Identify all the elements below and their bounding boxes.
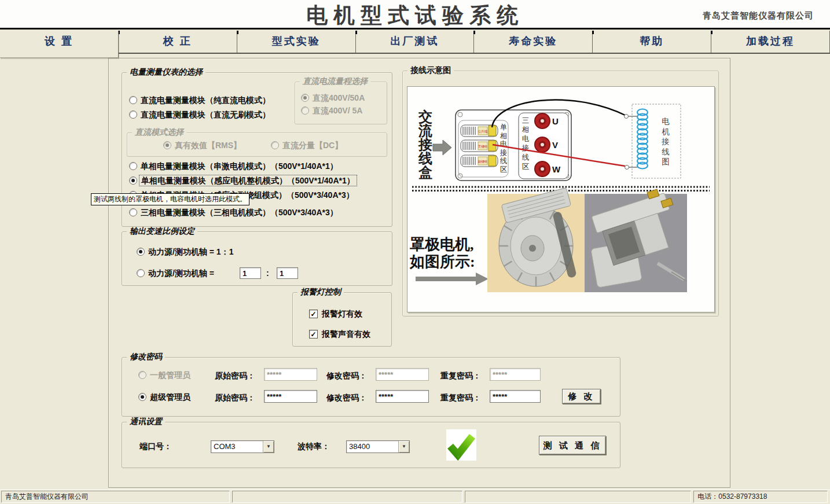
group-title: 接线示意图 <box>407 66 454 75</box>
terminal-w-label: W <box>552 164 561 174</box>
checkbox-alarm-sound[interactable]: ✓ 报警声音有效 <box>309 329 370 339</box>
output-ratio-group: 输出变速比例设定 动力源/测功机轴 = 1：1 动力源/测功机轴 = : <box>122 231 392 286</box>
radio-circle-icon <box>137 269 145 277</box>
ratio-colon: : <box>266 268 269 278</box>
dropdown-arrow-icon[interactable]: ▼ <box>263 441 274 453</box>
motor-coil <box>637 109 648 169</box>
group-title: 输出变速比例设定 <box>127 227 197 236</box>
radio-circle-icon <box>138 393 146 401</box>
radio-true-rms: 真有效值【RMS】 <box>163 140 241 150</box>
radio-circle-icon <box>129 111 137 119</box>
tab-calibration[interactable]: 校 正 <box>119 31 237 53</box>
port-select[interactable]: COM3 ▼ <box>211 440 274 453</box>
radio-label: 直流电量测量模块（纯直流电模式） <box>141 95 270 105</box>
baud-select[interactable]: 38400 ▼ <box>346 440 410 453</box>
radio-label: 超级管理员 <box>150 392 190 402</box>
radio-general-admin: 一般管理员 <box>138 370 190 380</box>
wiring-diagram-image: 交流接线盒 公共端 <box>407 86 715 312</box>
super-new-password-field[interactable] <box>376 390 429 403</box>
group-title: 电量测量仪表的选择 <box>127 68 205 77</box>
radio-circle-icon <box>163 141 171 149</box>
group-title: 报警灯控制 <box>298 288 344 297</box>
old-password-label: 原始密码： <box>215 393 255 403</box>
radio-dc-brushless-mode[interactable]: 直流电量测量模块（直流无刷模式） <box>129 109 270 120</box>
terminal-row-main-winding: 主绕组 <box>461 140 498 152</box>
comm-settings-group: 通讯设置 端口号： COM3 ▼ 波特率： 38400 ▼ <box>122 422 620 468</box>
radio-ratio-custom[interactable]: 动力源/测功机轴 = <box>137 268 214 278</box>
super-old-password-field[interactable] <box>264 390 317 403</box>
motor-box-label: 电机接线图 <box>661 117 670 166</box>
radio-label: 直流400V/50A <box>313 93 365 103</box>
wire-connector <box>625 115 629 119</box>
tab-label: 校 正 <box>163 35 192 47</box>
tab-label: 型式实验 <box>272 35 321 47</box>
checkbox-label: 报警灯有效 <box>322 308 362 319</box>
radio-three-phase-motor[interactable]: 三相电量测量模块（三相电机模式）（500V*3/40A*3） <box>129 207 338 218</box>
radio-single-phase-series-motor[interactable]: 单相电量测量模块（串激电机模式）（500V*1/40A*1） <box>129 161 338 171</box>
group-title: 直流电流量程选择 <box>300 77 370 86</box>
dc-mode-group: 直流模式选择 真有效值【RMS】 直流分量【DC】 <box>127 133 387 157</box>
header-divider <box>0 28 830 30</box>
checkbox-icon: ✓ <box>309 330 318 339</box>
tab-settings[interactable]: 设 置 <box>0 31 119 58</box>
radio-super-admin[interactable]: 超级管理员 <box>138 392 190 402</box>
tab-load-process[interactable]: 加载过程 <box>711 31 830 53</box>
photo-shaded-pole-motor-frame <box>585 186 687 292</box>
company-name: 青岛艾普智能仪器有限公司 <box>703 10 814 21</box>
baud-label: 波特率： <box>298 442 330 452</box>
tab-label: 加载过程 <box>746 35 795 47</box>
radio-label: 三相电量测量模块（三相电机模式）（500V*3/40A*3） <box>141 207 338 218</box>
tab-type-test[interactable]: 型式实验 <box>237 31 356 53</box>
comm-ok-check-icon <box>446 429 476 461</box>
new-password-label: 修改密码： <box>326 371 367 381</box>
alarm-control-group: 报警灯控制 ✓ 报警灯有效 ✓ 报警声音有效 <box>292 292 392 347</box>
test-comm-button[interactable]: 测 试 通 信 <box>539 436 606 455</box>
three-phase-terminals <box>535 113 550 176</box>
radio-label: 一般管理员 <box>150 370 190 380</box>
repeat-password-label: 重复密码： <box>440 393 481 403</box>
radio-dc-pure-mode[interactable]: 直流电量测量模块（纯直流电模式） <box>129 95 270 105</box>
dc-range-group: 直流电流量程选择 直流400V/50A 直流400V/ 5A <box>295 82 387 124</box>
old-password-label: 原始密码： <box>215 371 255 381</box>
tab-help[interactable]: 帮助 <box>593 31 711 53</box>
radio-circle-icon <box>301 106 309 115</box>
checkbox-alarm-light[interactable]: ✓ 报警灯有效 <box>309 308 362 319</box>
status-panel-empty <box>232 491 462 503</box>
radio-label: 单相电量测量模块（感应电机整机模式）（500V*1/40A*1） <box>139 175 357 186</box>
group-title: 修改密码 <box>127 352 165 362</box>
radio-label: 直流分量【DC】 <box>282 140 343 150</box>
radio-dc-component: 直流分量【DC】 <box>271 140 343 150</box>
super-repeat-password-field[interactable] <box>490 390 541 403</box>
port-label: 端口号： <box>139 442 172 452</box>
tab-bar: 设 置 校 正 型式实验 出厂测试 寿命实验 帮助 加载过程 <box>0 31 830 54</box>
tab-factory-test[interactable]: 出厂测试 <box>356 31 475 53</box>
port-value: COM3 <box>211 441 263 453</box>
radio-circle-icon <box>129 208 137 216</box>
tab-label: 寿命实验 <box>509 35 557 47</box>
tab-life-test[interactable]: 寿命实验 <box>474 31 593 53</box>
radio-label: 真有效值【RMS】 <box>175 140 241 150</box>
radio-circle-icon <box>138 371 146 379</box>
status-company: 青岛艾普智能仪器有限公司 <box>1 491 230 503</box>
arrow-right-icon <box>416 273 489 285</box>
caption-line1: 罩极电机, <box>409 236 474 253</box>
terminal-v-label: V <box>552 140 558 150</box>
svg-text:副绕组: 副绕组 <box>478 160 488 163</box>
terminal-u-label: U <box>552 116 559 126</box>
radio-ratio-1-1[interactable]: 动力源/测功机轴 = 1：1 <box>137 247 233 257</box>
wiring-diagram-group: 接线示意图 交流接线盒 <box>402 71 719 317</box>
new-password-label: 修改密码： <box>326 393 367 403</box>
ac-box-label: 交流接线盒 <box>418 109 432 180</box>
svg-text:主绕组: 主绕组 <box>478 145 488 148</box>
ratio-numerator-input[interactable] <box>240 267 261 279</box>
ratio-denominator-input[interactable] <box>277 267 298 279</box>
wire-connector <box>625 165 629 170</box>
modify-password-button[interactable]: 修 改 <box>562 389 601 404</box>
radio-single-phase-induction-whole[interactable]: 单相电量测量模块（感应电机整机模式）（500V*1/40A*1） <box>129 175 357 186</box>
general-repeat-password-field <box>490 368 541 381</box>
radio-label: 动力源/测功机轴 = 1：1 <box>148 247 233 257</box>
radio-circle-icon <box>301 94 309 102</box>
group-title: 直流模式选择 <box>132 128 186 137</box>
baud-value: 38400 <box>347 441 398 453</box>
dropdown-arrow-icon[interactable]: ▼ <box>398 441 409 453</box>
